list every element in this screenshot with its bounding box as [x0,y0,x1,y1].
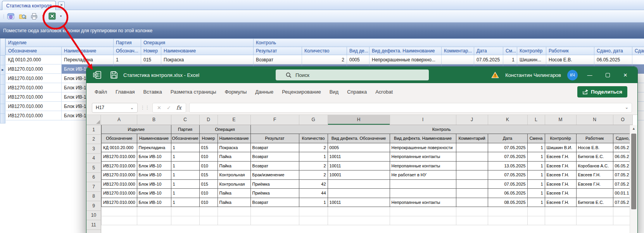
cell[interactable]: Евсеев Г.Н. [545,152,576,162]
cell[interactable]: 1 [527,198,545,207]
cell[interactable]: ИВ1270.010.000 [6,92,62,102]
cell[interactable]: Покраска [161,55,254,64]
cell[interactable]: Пайка [218,152,250,162]
cell[interactable]: Возврат [254,55,302,64]
cell[interactable] [456,207,488,216]
cell[interactable] [102,207,137,216]
close-button[interactable]: ✕ [620,69,631,81]
column-header[interactable]: L [527,115,545,125]
cell[interactable] [576,216,613,225]
cell-header[interactable]: Дата [488,134,527,143]
cell[interactable] [527,216,545,225]
cell[interactable]: КД 0010.20.000 [6,55,62,64]
cell[interactable]: 1 [171,152,199,162]
tab-home[interactable]: Главная [111,86,139,97]
cell[interactable] [199,216,218,225]
cell[interactable]: 0005 [328,143,390,152]
cell[interactable] [250,216,299,225]
search-box[interactable]: Поиск [276,70,429,80]
cell[interactable]: Контрольная [218,170,250,180]
cell[interactable]: 0005 [347,55,369,64]
cell[interactable] [576,189,613,198]
cell[interactable]: Евсеев Г.Н. [545,189,576,198]
cell[interactable]: 015 [141,55,161,64]
cell[interactable] [137,216,171,225]
cell[interactable] [456,143,488,152]
warning-icon[interactable] [491,71,499,78]
row-number[interactable]: 4 [86,154,101,163]
column-header[interactable]: Сдано, [632,47,644,55]
cell[interactable]: ИВ1270.010.000 [102,170,137,180]
excel-export-dropdown-arrow[interactable]: ▾ [59,14,63,18]
cell[interactable]: Коробанов А.С. [576,161,613,170]
cell[interactable]: Блок ИВ-10 [137,179,171,189]
cell[interactable]: Шишкин В.И. [545,143,576,152]
row-number[interactable]: 3 [86,144,101,154]
column-header[interactable]: Обознач... [114,47,141,55]
cell[interactable] [250,207,299,216]
cell[interactable]: Носов Е.В. [576,143,613,152]
cell[interactable]: Блок ИВ-10 [137,189,171,198]
share-button[interactable]: Поделиться [577,86,627,97]
cell[interactable]: 13.05.2025 [488,161,527,170]
cell[interactable] [488,207,527,216]
cell[interactable]: Непропаянные контакты [390,161,456,170]
cell[interactable]: Непрокрашенные поверхности [390,143,456,152]
cell[interactable]: Евсеев Г.Н. [545,198,576,207]
cell[interactable]: 07.05.2025 [474,55,503,64]
tab-close-button[interactable]: ✕ [58,2,65,8]
cell[interactable]: 07.05.2025 [488,152,527,162]
cell[interactable] [171,216,199,225]
cell[interactable]: 1 [527,143,545,152]
cell[interactable]: Возврат [250,152,299,162]
column-header[interactable]: См... [503,47,517,55]
cell[interactable]: 1 [527,189,545,198]
cell[interactable]: 1 [171,170,199,180]
tab-page-layout[interactable]: Разметка страницы [166,86,221,97]
cell[interactable]: Пайка [218,189,250,198]
excel-export-button[interactable] [47,12,57,21]
cell-header[interactable]: Номер [199,134,218,143]
cell[interactable]: Битюгов Е.С. [576,198,613,207]
cell[interactable]: Возврат [250,198,299,207]
cell[interactable]: Шишкин... [517,55,546,64]
cell[interactable]: Блок ИВ-10 [137,198,171,207]
cell[interactable]: 2 [302,55,347,64]
column-header[interactable]: I [390,115,456,125]
row-number[interactable]: 1 [86,125,101,135]
column-header[interactable]: K [488,115,527,125]
tab-file[interactable]: Файл [90,86,111,97]
cell[interactable]: 06.05.2025 [488,189,527,198]
cell[interactable]: Носов Е.В. [546,55,594,64]
cell[interactable]: Блок ИВ-10 [137,161,171,170]
cell[interactable]: 1 [527,170,545,180]
cell[interactable]: КД 0010.20.000 [102,143,137,152]
cell-header[interactable]: Количество [299,134,328,143]
cell[interactable]: Блок ИВ-10 [137,152,171,162]
tab-insert[interactable]: Вставка [139,86,166,97]
cell[interactable] [299,216,328,225]
band-operaciya[interactable]: Операция [141,39,254,47]
column-header[interactable]: D [199,115,218,125]
scrollbar-thumb[interactable] [631,134,636,209]
cell[interactable]: 015 [199,170,218,180]
column-header[interactable]: A [102,115,137,125]
cell[interactable] [545,207,576,216]
save-icon[interactable] [110,71,118,79]
print-button[interactable] [29,12,39,21]
cell-header[interactable]: Комментарий [456,134,488,143]
cell[interactable]: Евсеев Г.Н. [576,170,613,180]
cell[interactable]: 07.05.2025 [488,170,527,180]
column-header[interactable]: Наименование [62,47,114,55]
cell-band-partiya[interactable]: Партия [171,125,199,134]
cell[interactable]: 1 [299,198,328,207]
row-number[interactable]: 7 [86,182,101,192]
cell[interactable]: Евсеев Г.Н. [545,161,576,170]
row-number[interactable]: 2 [86,135,101,144]
column-header[interactable]: Сдано, дата [594,47,632,55]
cell[interactable]: 015 [199,179,218,189]
cell[interactable]: 07.05.2025 [488,143,527,152]
cell[interactable]: Пайка [218,161,250,170]
cell[interactable]: 1 [527,152,545,162]
cell[interactable]: 010 [199,152,218,162]
